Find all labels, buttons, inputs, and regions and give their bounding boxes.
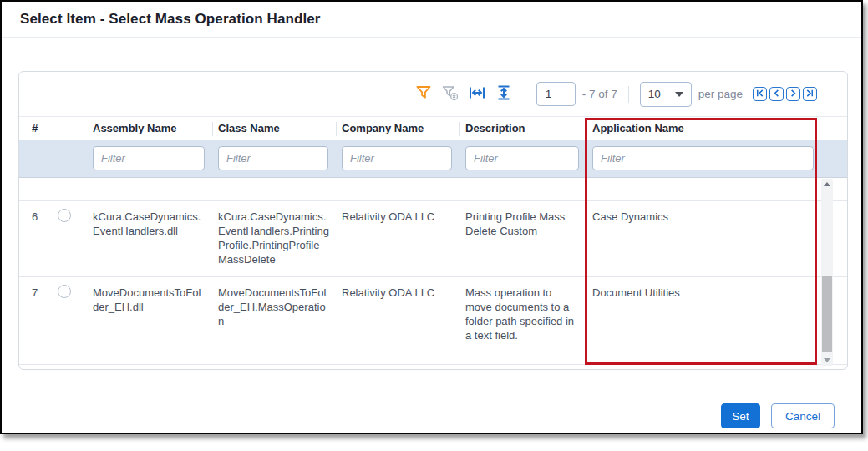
scroll-down-icon — [824, 358, 830, 362]
cell-description: Printing Profile Mass Delete Custom — [465, 201, 592, 276]
column-header-description[interactable]: Description — [465, 118, 592, 140]
header-divider — [336, 122, 337, 136]
set-button[interactable]: Set — [721, 403, 760, 428]
header-divider — [459, 122, 460, 136]
cell-company-name: Relativity ODA LLC — [342, 277, 465, 364]
column-width-icon — [469, 84, 485, 104]
cell-class-name: MoveDocumentsToFolder_EH.MassOperation — [218, 277, 342, 364]
row-radio-button[interactable] — [58, 285, 71, 298]
filter-funnel-icon — [415, 84, 432, 104]
page-size-value: 10 — [648, 88, 661, 100]
title-divider — [2, 37, 861, 38]
first-page-icon — [755, 88, 764, 100]
next-page-icon — [789, 88, 798, 100]
table-header-row: # Assembly Name Class Name Company Name … — [19, 118, 847, 140]
filter-toggle-button[interactable] — [414, 84, 434, 104]
page-title: Select Item - Select Mass Operation Hand… — [20, 11, 321, 28]
table-row[interactable]: 7 MoveDocumentsToFolder_EH.dll MoveDocum… — [19, 277, 847, 365]
page-size-dropdown[interactable]: 10 — [640, 82, 692, 107]
filter-input-company-name[interactable] — [342, 146, 452, 170]
cell-application-name: Case Dynamics — [592, 201, 824, 276]
table-row[interactable]: 6 kCura.CaseDynamics.EventHandlers.dll k… — [19, 201, 847, 277]
list-toolbar: - 7 of 7 10 per page — [19, 72, 847, 117]
filter-clear-icon — [441, 84, 459, 104]
column-header-class-name[interactable]: Class Name — [218, 118, 342, 140]
cell-description: Mass operation to move documents to a fo… — [465, 277, 592, 364]
cell-number: 6 — [19, 201, 54, 276]
row-radio-button[interactable] — [58, 209, 71, 222]
column-header-select — [54, 118, 93, 140]
cell-assembly-name: kCura.CaseDynamics.EventHandlers.dll — [93, 201, 218, 276]
header-divider — [212, 122, 213, 136]
last-page-button[interactable] — [803, 87, 817, 101]
result-range-label: - 7 of 7 — [582, 88, 617, 100]
per-page-label: per page — [698, 88, 743, 100]
column-header-number[interactable]: # — [19, 118, 54, 140]
column-header-application-name[interactable]: Application Name — [592, 118, 824, 140]
item-list-card: - 7 of 7 10 per page — [18, 71, 848, 370]
chevron-down-icon — [675, 92, 683, 97]
toolbar-separator — [525, 86, 525, 103]
table-body: 6 kCura.CaseDynamics.EventHandlers.dll k… — [19, 178, 847, 369]
column-header-company-name[interactable]: Company Name — [342, 118, 465, 140]
select-item-dialog: Select Item - Select Mass Operation Hand… — [0, 0, 863, 434]
vertical-scrollbar[interactable] — [821, 179, 833, 366]
cancel-button[interactable]: Cancel — [771, 403, 835, 428]
table-filter-row — [19, 140, 847, 178]
clear-filters-button[interactable] — [440, 84, 460, 104]
filter-input-application-name[interactable] — [592, 146, 814, 170]
dialog-footer: Set Cancel — [721, 403, 835, 428]
cell-assembly-name: MoveDocumentsToFolder_EH.dll — [93, 277, 218, 364]
scroll-up-icon — [824, 182, 830, 186]
toolbar-separator — [628, 86, 629, 103]
cell-number: 7 — [19, 277, 54, 364]
next-page-button[interactable] — [786, 87, 800, 101]
column-header-assembly-name[interactable]: Assembly Name — [93, 118, 218, 140]
row-height-icon — [495, 84, 512, 104]
filter-input-description[interactable] — [465, 146, 579, 170]
fit-row-height-button[interactable] — [494, 84, 514, 104]
scrollbar-thumb[interactable] — [822, 276, 832, 352]
cell-class-name: kCura.CaseDynamics.EventHandlers.Printin… — [218, 201, 342, 276]
fit-column-width-button[interactable] — [467, 84, 487, 104]
partial-row — [19, 178, 847, 201]
first-page-button[interactable] — [753, 87, 767, 101]
page-number-input[interactable] — [536, 82, 576, 106]
pagination-controls — [753, 87, 817, 101]
previous-page-icon — [772, 88, 781, 100]
cell-application-name: Document Utilities — [592, 277, 824, 364]
previous-page-button[interactable] — [769, 87, 784, 101]
filter-input-class-name[interactable] — [218, 146, 328, 170]
last-page-icon — [805, 88, 815, 100]
scroll-down-button[interactable] — [821, 355, 833, 366]
filter-input-assembly-name[interactable] — [93, 146, 205, 170]
cell-company-name: Relativity ODA LLC — [342, 201, 465, 276]
scroll-up-button[interactable] — [821, 179, 833, 190]
